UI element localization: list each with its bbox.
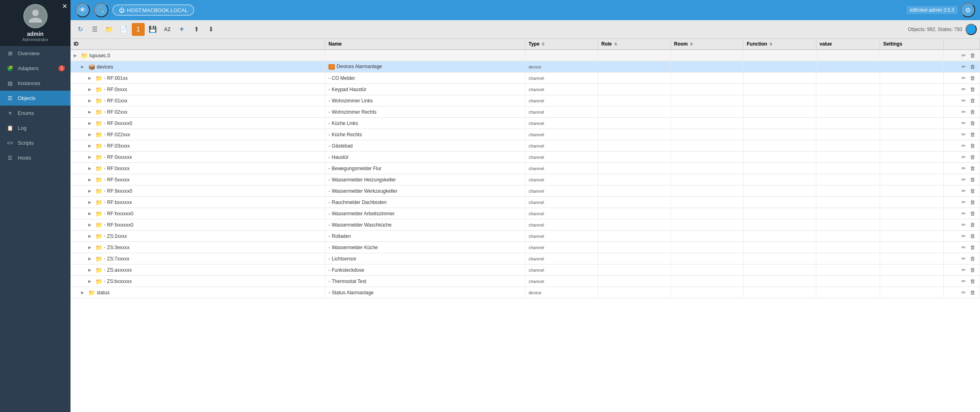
delete-button[interactable]: 🗑 — [969, 278, 976, 285]
cell-value — [816, 264, 880, 276]
edit-button[interactable]: ✏ — [960, 233, 967, 239]
edit-button[interactable]: ✏ — [960, 52, 967, 59]
host-selector[interactable]: ⏻ HOST.MACBOOK.LOCAL — [112, 4, 194, 16]
expand-icon[interactable]: ▶ — [88, 211, 94, 216]
delete-button[interactable]: 🗑 — [969, 199, 976, 206]
edit-button[interactable]: ✏ — [960, 210, 967, 217]
delete-button[interactable]: 🗑 — [969, 289, 976, 296]
refresh-button[interactable]: ↻ — [74, 23, 87, 36]
expand-icon[interactable]: ▶ — [88, 200, 94, 204]
add-button[interactable]: + — [175, 23, 188, 36]
wrench-button[interactable]: 🔧 — [94, 3, 108, 17]
edit-button[interactable]: ✏ — [960, 221, 967, 228]
expand-icon[interactable]: ▶ — [88, 132, 94, 137]
expand-icon[interactable]: ▶ — [88, 223, 94, 227]
expand-icon[interactable]: ▶ — [74, 53, 79, 58]
delete-button[interactable]: 🗑 — [969, 165, 976, 172]
type-indicator-icon: ▪ — [104, 256, 106, 261]
sidebar-item-log[interactable]: 📋 Log — [0, 121, 71, 135]
sidebar-item-instances[interactable]: ▤ Instances — [0, 76, 71, 91]
expand-icon[interactable]: ▶ — [88, 256, 94, 261]
expand-icon[interactable]: ▶ — [88, 98, 94, 103]
expand-icon[interactable]: ▶ — [88, 76, 94, 80]
delete-button[interactable]: 🗑 — [969, 142, 976, 149]
edit-button[interactable]: ✏ — [960, 176, 967, 183]
edit-button[interactable]: ✏ — [960, 86, 967, 93]
delete-button[interactable]: 🗑 — [969, 176, 976, 183]
sidebar-item-overview[interactable]: ⊞ Overview — [0, 46, 71, 61]
download-button[interactable]: ⬇ — [204, 23, 217, 36]
expand-icon[interactable]: ▶ — [88, 87, 94, 92]
cell-function — [743, 197, 816, 208]
cell-id: ▶📁 ▪ ZS:axxxxxx — [71, 264, 325, 276]
cell-role — [598, 95, 671, 106]
edit-button[interactable]: ✏ — [960, 142, 967, 149]
az-button[interactable]: AZ — [161, 23, 174, 36]
expand-icon[interactable]: ▶ — [81, 65, 87, 69]
number-button[interactable]: 1 — [132, 23, 145, 36]
expand-icon[interactable]: ▶ — [88, 144, 94, 148]
edit-button[interactable]: ✏ — [960, 187, 967, 194]
expand-icon[interactable]: ▶ — [88, 155, 94, 159]
expand-icon[interactable]: ▶ — [88, 245, 94, 250]
expand-icon[interactable]: ▶ — [88, 121, 94, 125]
sidebar-item-enums[interactable]: ≡ Enums — [0, 106, 71, 121]
list-view-button[interactable]: ☰ — [88, 23, 101, 36]
file-button[interactable]: 📄 — [117, 23, 130, 36]
delete-button[interactable]: 🗑 — [969, 244, 976, 251]
delete-button[interactable]: 🗑 — [969, 131, 976, 138]
delete-button[interactable]: 🗑 — [969, 233, 976, 239]
delete-button[interactable]: 🗑 — [969, 63, 976, 70]
toolbar-globe-button[interactable]: 🌐 — [965, 24, 977, 35]
edit-button[interactable]: ✏ — [960, 255, 967, 262]
save-button[interactable]: 💾 — [146, 23, 159, 36]
edit-button[interactable]: ✏ — [960, 108, 967, 115]
edit-button[interactable]: ✏ — [960, 266, 967, 273]
delete-button[interactable]: 🗑 — [969, 210, 976, 217]
sidebar-item-scripts[interactable]: <> Scripts — [0, 135, 71, 150]
cell-settings — [880, 208, 943, 219]
cell-name: ▪Funksteckdose — [325, 264, 525, 276]
cell-function — [743, 106, 816, 118]
upload-button[interactable]: ⬆ — [190, 23, 203, 36]
edit-button[interactable]: ✏ — [960, 289, 967, 296]
delete-button[interactable]: 🗑 — [969, 86, 976, 93]
expand-icon[interactable]: ▶ — [88, 110, 94, 114]
delete-button[interactable]: 🗑 — [969, 75, 976, 81]
delete-button[interactable]: 🗑 — [969, 154, 976, 160]
expand-icon[interactable]: ▶ — [88, 279, 94, 283]
eye-button[interactable]: 👁 — [75, 3, 90, 17]
close-button[interactable]: ✕ — [62, 3, 67, 10]
delete-button[interactable]: 🗑 — [969, 266, 976, 273]
expand-icon[interactable]: ▶ — [81, 290, 87, 295]
sidebar-item-adapters[interactable]: 🧩 Adapters 5 — [0, 61, 71, 76]
table-row: ▶📁 ▪ RF:02xxx▪Wohnzimmer Rechtschannel ✏… — [71, 106, 980, 118]
delete-button[interactable]: 🗑 — [969, 221, 976, 228]
edit-button[interactable]: ✏ — [960, 165, 967, 172]
edit-button[interactable]: ✏ — [960, 278, 967, 285]
sidebar-item-hosts[interactable]: ☰ Hosts — [0, 150, 71, 165]
edit-button[interactable]: ✏ — [960, 131, 967, 138]
edit-button[interactable]: ✏ — [960, 120, 967, 127]
delete-button[interactable]: 🗑 — [969, 108, 976, 115]
topbar-settings-button[interactable]: ⚙ — [961, 3, 975, 17]
edit-button[interactable]: ✏ — [960, 244, 967, 251]
expand-icon[interactable]: ▶ — [88, 234, 94, 238]
expand-icon[interactable]: ▶ — [88, 189, 94, 193]
delete-button[interactable]: 🗑 — [969, 52, 976, 59]
folder-button[interactable]: 📁 — [103, 23, 116, 36]
edit-button[interactable]: ✏ — [960, 154, 967, 160]
edit-button[interactable]: ✏ — [960, 199, 967, 206]
delete-button[interactable]: 🗑 — [969, 97, 976, 104]
expand-icon[interactable]: ▶ — [88, 166, 94, 171]
expand-icon[interactable]: ▶ — [88, 268, 94, 272]
edit-button[interactable]: ✏ — [960, 97, 967, 104]
delete-button[interactable]: 🗑 — [969, 187, 976, 194]
delete-button[interactable]: 🗑 — [969, 255, 976, 262]
delete-button[interactable]: 🗑 — [969, 120, 976, 127]
sidebar-label-enums: Enums — [18, 110, 34, 116]
edit-button[interactable]: ✏ — [960, 63, 967, 70]
sidebar-item-objects[interactable]: ☰ Objects — [0, 91, 71, 106]
edit-button[interactable]: ✏ — [960, 75, 967, 81]
expand-icon[interactable]: ▶ — [88, 177, 94, 182]
